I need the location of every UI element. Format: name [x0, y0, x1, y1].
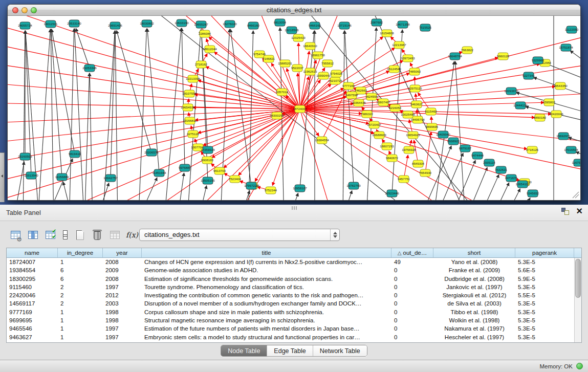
graph-node[interactable]: 10654112 — [515, 181, 530, 188]
graph-node[interactable]: 16782759 — [346, 182, 361, 189]
graph-node[interactable]: 2718162 — [195, 61, 208, 68]
new-document-button[interactable] — [73, 228, 87, 242]
graph-node[interactable]: 16154808 — [380, 30, 394, 37]
graph-node[interactable]: 11451944 — [152, 169, 166, 177]
graph-node[interactable]: 9457751 — [398, 176, 410, 183]
graph-node[interactable]: 18300295 — [270, 112, 284, 119]
graph-node[interactable]: 12325419 — [291, 34, 306, 41]
graph-node[interactable]: 17016504 — [564, 146, 578, 154]
graph-node[interactable]: 8813054 — [274, 19, 287, 26]
graph-node[interactable]: 20533140 — [67, 20, 81, 27]
graph-node[interactable]: 9777169 — [342, 82, 355, 90]
graph-node[interactable]: 14495798 — [410, 116, 425, 123]
graph-node[interactable]: 24055724 — [18, 22, 32, 29]
graph-node[interactable]: 9245652 — [527, 190, 539, 197]
graph-node[interactable]: 10688609 — [372, 132, 386, 139]
graph-node[interactable]: 17957223 — [244, 182, 258, 189]
graph-node[interactable]: 7955812 — [321, 60, 334, 67]
graph-node[interactable]: 15720407 — [367, 121, 381, 128]
graph-node[interactable]: 12093872 — [504, 87, 518, 95]
network-window[interactable]: citations_edges.txt 18724007240557241901… — [7, 4, 581, 201]
graph-node[interactable]: 16409940 — [436, 131, 450, 138]
table-row[interactable]: 946362711997Embryonic stem cells: a mode… — [7, 333, 581, 341]
graph-node[interactable]: 21053346 — [82, 64, 97, 72]
graph-node[interactable]: 10633190 — [175, 19, 189, 27]
graph-node[interactable]: 11122050 — [565, 26, 579, 33]
graph-node[interactable]: 18107554 — [182, 90, 197, 97]
panel-collapse-strip[interactable] — [0, 152, 5, 202]
graph-node[interactable]: 13942757 — [103, 174, 118, 182]
tab-node-table[interactable]: Node Table — [221, 345, 267, 356]
graph-node[interactable]: 12444134 — [513, 102, 528, 109]
graph-node[interactable]: 12213398 — [186, 75, 200, 82]
graph-node[interactable]: 6497598 — [345, 92, 358, 99]
row-tools-button[interactable] — [60, 228, 70, 242]
table-row[interactable]: 2242004622012Investigating the contribut… — [7, 291, 581, 299]
close-panel-icon[interactable]: ✕ — [576, 208, 583, 215]
graph-node[interactable]: 19384554 — [315, 137, 329, 144]
panel-splitter-grip[interactable] — [292, 206, 298, 210]
graph-node[interactable]: 9819419 — [69, 150, 81, 158]
graph-node[interactable]: 4275120 — [187, 130, 200, 138]
graph-node[interactable]: 18724007 — [293, 105, 307, 113]
graph-node[interactable]: 9975887 — [179, 164, 191, 171]
graph-node[interactable]: 2087682 — [371, 19, 383, 26]
graph-node[interactable]: 20691406 — [108, 22, 122, 29]
function-builder-button[interactable]: f(x) — [125, 228, 139, 242]
graph-node[interactable]: 9463627 — [410, 101, 423, 108]
graph-node[interactable]: 9329966 — [532, 57, 545, 64]
graph-node[interactable]: 12213967 — [392, 41, 406, 49]
graph-node[interactable]: 7515526 — [419, 24, 432, 31]
graph-node[interactable]: 7146821 — [263, 55, 275, 62]
column-header-name[interactable]: name — [7, 248, 58, 257]
graph-node[interactable]: 8938923 — [447, 138, 460, 145]
graph-node[interactable]: 15751874 — [559, 44, 573, 51]
graph-node[interactable]: 15276020 — [223, 20, 237, 28]
graph-node[interactable]: 10973493 — [401, 55, 415, 62]
graph-node[interactable]: 7986322 — [361, 111, 374, 118]
graph-node[interactable]: 19166812 — [183, 117, 197, 124]
graph-node[interactable]: 19654923 — [406, 132, 420, 139]
column-header-out_de[interactable]: △out_de… — [391, 248, 433, 257]
graph-node[interactable]: 10958107 — [293, 185, 307, 192]
table-row[interactable]: 946554611997Estimation of the future num… — [7, 324, 581, 333]
graph-node[interactable]: 10655287 — [194, 21, 208, 28]
graph-node[interactable]: 10719146 — [337, 22, 352, 29]
float-panel-icon[interactable] — [561, 208, 569, 215]
show-column-button[interactable] — [26, 228, 40, 242]
graph-node[interactable]: 7663822 — [461, 47, 474, 54]
table-row[interactable]: 911546021997Tourette syndrome. Phenomeno… — [7, 283, 581, 291]
graph-node[interactable]: 9752344 — [265, 187, 277, 194]
graph-node[interactable]: 7632621 — [495, 166, 508, 173]
graph-node[interactable]: 11156889 — [55, 173, 69, 181]
graph-node[interactable]: 12923446 — [385, 190, 399, 197]
graph-node[interactable]: 19654938 — [181, 104, 195, 111]
graph-node[interactable]: 8471676 — [505, 174, 518, 182]
graph-node[interactable]: 6879197 — [459, 145, 472, 152]
tab-network-table[interactable]: Network Table — [313, 345, 367, 356]
column-header-year[interactable]: year — [103, 248, 142, 257]
graph-node[interactable]: 17359924 — [201, 146, 215, 154]
graph-node[interactable]: 18030802 — [140, 20, 154, 27]
graph-node[interactable]: 13313940 — [24, 172, 38, 179]
graph-node[interactable]: 16961758 — [311, 52, 325, 59]
table-row[interactable]: 1456911722003Disruption of a novel membe… — [7, 299, 581, 308]
network-window-titlebar[interactable]: citations_edges.txt — [8, 5, 580, 16]
graph-node[interactable]: 9115460 — [425, 108, 437, 115]
column-header-in_degree[interactable]: in_degree — [58, 248, 103, 257]
graph-node[interactable]: 9890180 — [534, 114, 547, 121]
table-scrollbar[interactable] — [574, 258, 581, 342]
table-settings-button[interactable]: ⚙ — [8, 228, 23, 242]
graph-node[interactable]: 18612044 — [203, 46, 217, 53]
graph-node[interactable]: 19756928 — [402, 146, 416, 154]
graph-node[interactable]: 18807293 — [380, 143, 394, 150]
import-table-button[interactable] — [107, 228, 122, 242]
graph-node[interactable]: 19218506 — [285, 27, 299, 34]
graph-node[interactable]: 9613703 — [213, 167, 226, 174]
graph-node[interactable]: 20206576 — [144, 149, 159, 156]
graph-node[interactable]: 15692971 — [556, 133, 571, 140]
graph-node[interactable]: 11675330 — [572, 159, 580, 166]
table-row[interactable]: 1872400712008Changes of HCN gene express… — [7, 258, 581, 266]
memory-status-indicator[interactable] — [576, 363, 583, 369]
graph-node[interactable]: 8549304 — [412, 160, 425, 167]
